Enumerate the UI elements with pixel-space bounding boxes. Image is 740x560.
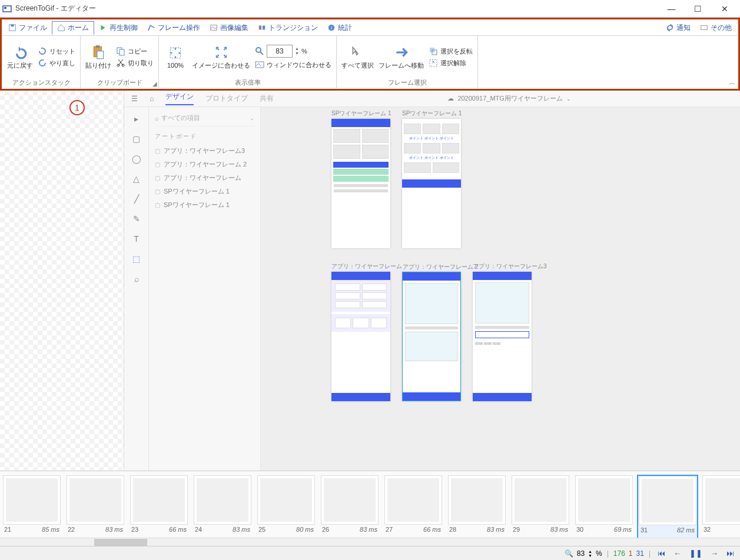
home-icon[interactable]: ⌂ bbox=[150, 95, 154, 103]
inner-topbar: ☰ ⌂ デザイン プロトタイプ 共有 ☁ 20200917_MTG用ワイヤーフレ… bbox=[124, 91, 740, 107]
timeline-frame[interactable]: 2883 ms bbox=[446, 475, 507, 545]
timeline-frame[interactable]: 2366 ms bbox=[128, 475, 190, 545]
artboard-label: SPワイヤーフレーム 1 bbox=[402, 109, 462, 118]
menu-notify[interactable]: 通知 bbox=[661, 22, 695, 34]
timeline-frame[interactable]: 32 bbox=[701, 475, 740, 545]
tab-share[interactable]: 共有 bbox=[260, 94, 274, 104]
zoom-100-button[interactable]: 100% bbox=[162, 44, 188, 70]
search-icon: ⌕ bbox=[155, 115, 159, 122]
reset-button[interactable]: リセット bbox=[36, 46, 77, 56]
minimize-button[interactable]: — bbox=[658, 0, 685, 18]
maximize-button[interactable]: ☐ bbox=[685, 0, 711, 18]
tool-artboard[interactable]: ⬚ bbox=[131, 253, 142, 265]
inner-app-preview: ☰ ⌂ デザイン プロトタイプ 共有 ☁ 20200917_MTG用ワイヤーフレ… bbox=[124, 91, 740, 471]
titlebar: ScreenToGif - エディター — ☐ ✕ bbox=[0, 0, 740, 18]
paste-button[interactable]: 貼り付け bbox=[84, 44, 112, 71]
group-select-label: フレーム選択 bbox=[340, 77, 474, 88]
hamburger-icon[interactable]: ☰ bbox=[131, 95, 138, 103]
tool-ellipse[interactable]: ◯ bbox=[131, 153, 142, 165]
svg-rect-1 bbox=[4, 7, 6, 9]
timeline[interactable]: 2185 ms 2283 ms 2366 ms 2483 ms 2580 ms … bbox=[0, 471, 740, 546]
layer-item[interactable]: SPワイヤーフレーム 1 bbox=[155, 198, 254, 212]
svg-text:i: i bbox=[331, 25, 332, 31]
next-frame-button[interactable]: → bbox=[708, 549, 721, 558]
layer-item[interactable]: SPワイヤーフレーム 1 bbox=[155, 185, 254, 198]
clear-selection-button[interactable]: 選択解除 bbox=[427, 58, 474, 68]
tab-prototype[interactable]: プロトタイプ bbox=[205, 94, 248, 104]
svg-rect-5 bbox=[259, 26, 261, 30]
layer-item[interactable]: アプリ：ワイヤーフレーム 2 bbox=[155, 158, 254, 171]
tool-zoom[interactable]: ⌕ bbox=[131, 273, 142, 285]
tool-text[interactable]: T bbox=[131, 233, 142, 245]
menu-stats[interactable]: i 統計 bbox=[323, 22, 357, 34]
zoom-input-row: 83 ▲ ▼ % bbox=[254, 44, 333, 58]
svg-rect-3 bbox=[11, 25, 14, 27]
canvas-area: 1 ☰ ⌂ デザイン プロトタイプ 共有 ☁ 20200917_MTG用ワイヤー… bbox=[0, 91, 740, 471]
menu-other[interactable]: その他 bbox=[695, 22, 736, 34]
status-current: 31 bbox=[636, 549, 644, 558]
tab-design[interactable]: デザイン bbox=[165, 92, 194, 105]
timeline-frame[interactable]: 3069 ms bbox=[573, 475, 635, 545]
zoom-up-icon[interactable]: ▲ bbox=[295, 46, 299, 51]
timeline-frame[interactable]: 3182 ms bbox=[637, 475, 698, 545]
layer-item[interactable]: アプリ：ワイヤーフレーム3 bbox=[155, 144, 254, 158]
app-icon bbox=[2, 4, 12, 14]
preview-canvas[interactable]: SPワイヤーフレーム 1 SPワイヤーフレーム 1 bbox=[261, 107, 740, 471]
timeline-frame[interactable]: 2683 ms bbox=[319, 475, 380, 545]
annotation-circle: 1 bbox=[69, 100, 85, 115]
zoom-input[interactable]: 83 bbox=[267, 45, 293, 58]
layer-item[interactable]: アプリ：ワイヤーフレーム bbox=[155, 171, 254, 185]
zoom-up-icon[interactable]: ▲ bbox=[588, 549, 592, 554]
menu-frame[interactable]: フレーム操作 bbox=[142, 22, 205, 34]
status-selected: 1 bbox=[629, 549, 633, 558]
zoom-down-icon[interactable]: ▼ bbox=[588, 554, 592, 558]
window-title: ScreenToGif - エディター bbox=[15, 4, 96, 14]
timeline-frame[interactable]: 2483 ms bbox=[192, 475, 253, 545]
tool-select[interactable]: ▸ bbox=[131, 113, 142, 125]
undo-button[interactable]: 元に戻す bbox=[6, 44, 34, 71]
zoom-down-icon[interactable]: ▼ bbox=[295, 51, 299, 56]
menu-file[interactable]: ファイル bbox=[4, 22, 52, 34]
fit-window-button[interactable]: ウィンドウに合わせる bbox=[254, 59, 333, 70]
tool-polygon[interactable]: △ bbox=[131, 173, 142, 185]
timeline-frame[interactable]: 2283 ms bbox=[65, 475, 126, 545]
menu-image[interactable]: 画像編集 bbox=[205, 22, 253, 34]
fit-image-button[interactable]: イメージに合わせる bbox=[191, 44, 251, 71]
clipboard-launcher-icon[interactable]: ◢ bbox=[152, 81, 157, 87]
goto-frame-button[interactable]: フレームへ移動 bbox=[377, 44, 425, 71]
select-all-button[interactable]: すべて選択 bbox=[340, 44, 375, 71]
cut-button[interactable]: 切り取り bbox=[115, 58, 155, 68]
tool-line[interactable]: ╱ bbox=[131, 193, 142, 205]
tool-rect[interactable]: ▢ bbox=[131, 133, 142, 145]
group-action-label: アクションスタック bbox=[6, 77, 77, 88]
ribbon-highlight: ファイル ホーム 再生制御 フレーム操作 画像編集 トランジション i 統計 通… bbox=[0, 18, 740, 91]
timeline-frame[interactable]: 2983 ms bbox=[510, 475, 571, 545]
timeline-frame[interactable]: 2766 ms bbox=[383, 475, 444, 545]
chevron-down-icon[interactable]: ⌄ bbox=[566, 96, 571, 102]
layers-search[interactable]: ⌕ すべての項目 ⌄ bbox=[155, 112, 254, 126]
first-frame-button[interactable]: ⏮ bbox=[655, 549, 668, 558]
timeline-scrollbar[interactable] bbox=[0, 538, 740, 546]
redo-button[interactable]: やり直し bbox=[36, 58, 77, 68]
tool-pen[interactable]: ✎ bbox=[131, 213, 142, 225]
chevron-down-icon[interactable]: ⌄ bbox=[250, 115, 254, 121]
timeline-frame[interactable]: 2185 ms bbox=[1, 475, 62, 545]
prev-frame-button[interactable]: ← bbox=[671, 549, 683, 558]
ribbon: 元に戻す リセット やり直し アクションスタック 貼り付け bbox=[2, 35, 738, 88]
last-frame-button[interactable]: ⏭ bbox=[724, 549, 736, 558]
menu-playback[interactable]: 再生制御 bbox=[94, 22, 142, 34]
pause-button[interactable]: ❚❚ bbox=[687, 549, 705, 558]
scrollbar-thumb[interactable] bbox=[94, 539, 147, 546]
svg-rect-22 bbox=[430, 59, 437, 66]
copy-button[interactable]: コピー bbox=[115, 46, 155, 56]
ribbon-collapse-icon[interactable]: ︿ bbox=[729, 78, 735, 87]
magnify-icon: 🔍 bbox=[565, 549, 573, 558]
close-button[interactable]: ✕ bbox=[711, 0, 738, 18]
status-zoom: 83 bbox=[577, 549, 585, 558]
artboard-label: アプリ：ワイヤーフレーム3 bbox=[473, 262, 547, 271]
magnify-icon bbox=[255, 46, 264, 56]
menu-transition[interactable]: トランジション bbox=[253, 22, 323, 34]
timeline-frame[interactable]: 2580 ms bbox=[255, 475, 317, 545]
invert-selection-button[interactable]: 選択を反転 bbox=[427, 46, 474, 56]
menu-home[interactable]: ホーム bbox=[52, 21, 94, 35]
